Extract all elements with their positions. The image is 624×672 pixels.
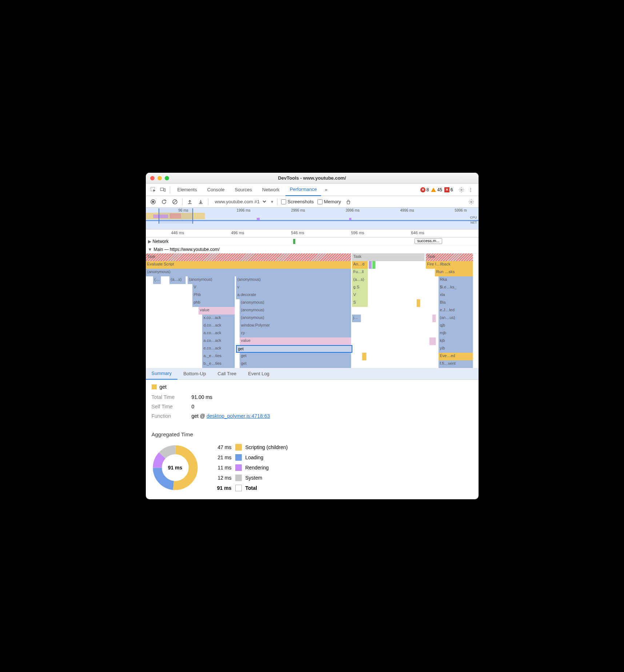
xerrors-badge[interactable]: ✕6 xyxy=(444,187,453,192)
flame-frame[interactable]: An…d xyxy=(352,261,368,269)
flame-frame[interactable]: a.co…ack xyxy=(202,330,235,337)
flame-frame[interactable]: (anonymous) xyxy=(240,315,351,322)
subtab-bottomup[interactable]: Bottom-Up xyxy=(177,368,212,380)
flame-frame[interactable]: Run …sks xyxy=(435,269,473,276)
tab-elements[interactable]: Elements xyxy=(173,184,201,196)
subtab-calltree[interactable]: Call Tree xyxy=(212,368,242,380)
flame-frame-selected[interactable]: get xyxy=(236,345,352,353)
flame-frame[interactable]: (a…s) xyxy=(352,276,368,284)
settings-icon[interactable] xyxy=(457,186,465,194)
flame-frame[interactable]: value xyxy=(240,337,351,345)
flame-frame[interactable]: V xyxy=(192,284,235,292)
errors-badge[interactable]: ✕8 xyxy=(420,187,429,192)
flame-frame[interactable]: get xyxy=(240,353,351,360)
flame-frame[interactable]: (an…us) xyxy=(439,315,473,322)
flame-frame[interactable]: value xyxy=(199,307,235,315)
flame-frame[interactable]: d.co…ack xyxy=(202,322,235,330)
flame-frame[interactable] xyxy=(372,261,376,269)
flame-frame[interactable]: $i.e…ks_ xyxy=(439,284,473,292)
tab-sources[interactable]: Sources xyxy=(230,184,256,196)
flame-frame[interactable]: Rka xyxy=(439,276,473,284)
flame-frame[interactable]: mjb xyxy=(439,330,473,337)
close-button[interactable] xyxy=(150,176,155,180)
flame-frame[interactable]: a.decorate xyxy=(236,292,351,299)
flame-frame[interactable] xyxy=(417,299,420,307)
inspect-icon[interactable] xyxy=(149,186,157,194)
main-track-header[interactable]: ▼ Main — https://www.youtube.com/ xyxy=(146,245,479,253)
download-button[interactable] xyxy=(197,198,204,205)
flame-frame[interactable]: (anonymous) xyxy=(240,307,351,315)
flame-frame[interactable]: phb xyxy=(192,299,235,307)
tab-performance[interactable]: Performance xyxy=(285,184,321,196)
upload-button[interactable] xyxy=(186,198,193,205)
subtab-eventlog[interactable]: Event Log xyxy=(242,368,275,380)
network-track[interactable]: ▶ Network success.m... xyxy=(146,237,479,245)
target-select[interactable]: www.youtube.com #1 xyxy=(212,198,267,205)
capture-settings-icon[interactable] xyxy=(468,198,475,205)
category-swatch xyxy=(152,384,157,389)
function-source-link[interactable]: desktop_polymer.js:4718:63 xyxy=(207,413,270,419)
flame-frame[interactable]: a._e…ties xyxy=(202,353,235,360)
flame-frame[interactable]: (anonymous) xyxy=(146,269,351,276)
reload-button[interactable] xyxy=(160,198,168,205)
collapse-arrow-icon[interactable]: ▼ xyxy=(148,247,152,252)
flame-frame[interactable]: (… xyxy=(153,276,161,284)
more-tabs-icon[interactable]: » xyxy=(323,187,329,192)
gc-button[interactable] xyxy=(345,198,352,205)
flame-task[interactable]: Task xyxy=(352,253,425,261)
time-ruler[interactable]: 446 ms 496 ms 546 ms 596 ms 646 ms xyxy=(146,229,479,237)
flame-frame[interactable] xyxy=(362,353,367,360)
flame-frame[interactable]: x.co…ack xyxy=(202,315,235,322)
flame-frame[interactable]: S xyxy=(352,299,368,307)
flame-frame[interactable]: yib xyxy=(439,345,473,353)
flame-frame[interactable]: j… xyxy=(352,315,361,322)
flame-frame[interactable]: get xyxy=(240,360,351,368)
flame-frame[interactable]: cy xyxy=(240,330,351,337)
flame-frame[interactable] xyxy=(429,337,436,345)
flame-frame[interactable]: Phb xyxy=(192,292,235,299)
flame-frame[interactable]: (anonymous) xyxy=(240,299,351,307)
kebab-icon[interactable]: ⋮ xyxy=(467,186,475,194)
flame-frame[interactable]: window.Polymer xyxy=(240,322,351,330)
function-prefix: get @ xyxy=(192,413,207,419)
flame-frame[interactable]: Eve…ed xyxy=(439,353,473,360)
overview-tick: 1996 ms xyxy=(237,208,251,212)
flame-task[interactable]: Task xyxy=(426,253,473,261)
flame-frame[interactable]: xla xyxy=(439,292,473,299)
flame-frame[interactable]: V xyxy=(352,292,368,299)
flame-frame[interactable]: e.J…led xyxy=(439,307,473,315)
tab-network[interactable]: Network xyxy=(258,184,284,196)
memory-checkbox[interactable]: Memory xyxy=(317,199,341,204)
tab-console[interactable]: Console xyxy=(203,184,229,196)
flame-frame[interactable]: Fu…ll xyxy=(352,269,368,276)
expand-arrow-icon[interactable]: ▶ xyxy=(148,239,151,244)
flame-frame[interactable]: (anonymous) xyxy=(188,276,235,284)
flame-frame[interactable]: (a…s) xyxy=(169,276,186,284)
flame-frame[interactable]: qjb xyxy=(439,322,473,330)
flame-frame[interactable]: v xyxy=(236,284,351,292)
flame-frame[interactable]: Evaluate Script xyxy=(146,261,351,269)
maximize-button[interactable] xyxy=(165,176,169,180)
overview-minimap[interactable]: 96 ms 1996 ms 2996 ms 3996 ms 4996 ms 59… xyxy=(146,208,479,229)
flame-frame[interactable]: Bla xyxy=(439,299,473,307)
flame-task[interactable]: Task xyxy=(146,253,351,261)
subtab-summary[interactable]: Summary xyxy=(146,368,178,380)
flame-chart[interactable]: Task Task Task Evaluate Script An…d Fire… xyxy=(146,253,479,368)
flame-frame[interactable] xyxy=(369,261,372,269)
flame-frame[interactable]: (anonymous) xyxy=(236,276,351,284)
record-button[interactable] xyxy=(149,198,157,205)
clear-button[interactable] xyxy=(171,198,179,205)
flame-frame[interactable]: f.fi…vent xyxy=(439,360,473,368)
screenshots-checkbox[interactable]: Screenshots xyxy=(281,199,314,204)
flame-frame[interactable]: b._e…ties xyxy=(202,360,235,368)
flame-frame[interactable]: a.co…ack xyxy=(202,337,235,345)
flame-frame[interactable] xyxy=(432,315,436,322)
flame-frame[interactable]: kjb xyxy=(439,337,473,345)
flame-frame[interactable]: Fire I…llback xyxy=(426,261,473,269)
network-resource[interactable]: success.m... xyxy=(415,238,442,244)
minimize-button[interactable] xyxy=(157,176,162,180)
device-icon[interactable] xyxy=(159,186,167,194)
warnings-badge[interactable]: 45 xyxy=(431,187,442,192)
flame-frame[interactable]: e.co…ack xyxy=(202,345,235,353)
flame-frame[interactable]: g.S xyxy=(352,284,368,292)
